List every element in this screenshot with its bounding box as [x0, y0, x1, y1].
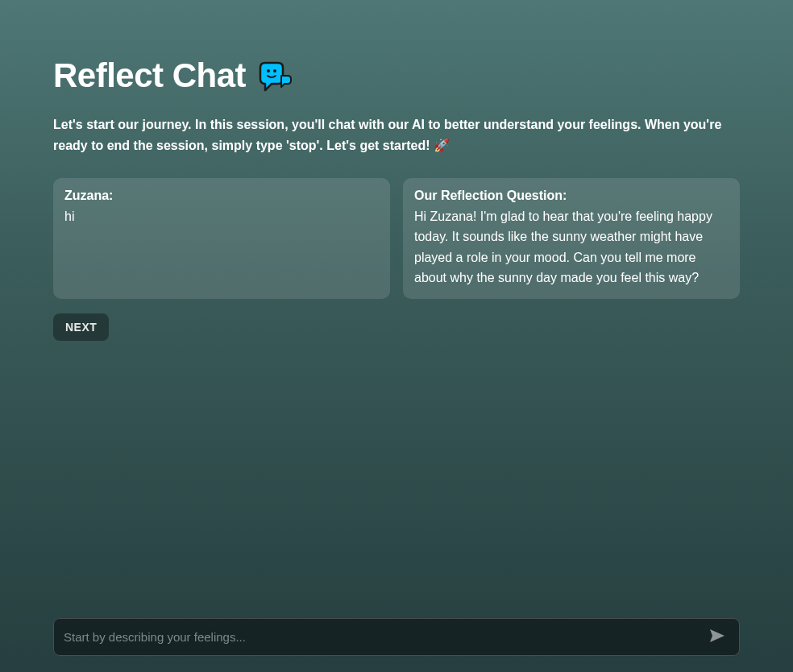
send-button[interactable] [705, 628, 729, 646]
reflect-logo-icon [257, 60, 293, 92]
ai-message-bubble: Our Reflection Question: Hi Zuzana! I'm … [403, 178, 740, 299]
chat-row: Zuzana: hi Our Reflection Question: Hi Z… [53, 178, 740, 299]
svg-point-0 [267, 69, 270, 73]
main-container: Reflect Chat Let's start our journey. In… [0, 0, 793, 672]
message-input[interactable] [64, 630, 705, 644]
user-message-bubble: Zuzana: hi [53, 178, 390, 299]
next-button[interactable]: NEXT [53, 313, 109, 341]
user-message-content: hi [64, 206, 379, 226]
send-icon [708, 628, 726, 646]
ai-message-content: Hi Zuzana! I'm glad to hear that you're … [414, 206, 729, 288]
user-message-label: Zuzana: [64, 189, 379, 203]
ai-message-label: Our Reflection Question: [414, 189, 729, 203]
message-input-bar [53, 618, 740, 656]
intro-text: Let's start our journey. In this session… [53, 114, 740, 156]
svg-point-1 [273, 69, 276, 73]
header: Reflect Chat [53, 56, 740, 95]
page-title: Reflect Chat [53, 56, 246, 95]
